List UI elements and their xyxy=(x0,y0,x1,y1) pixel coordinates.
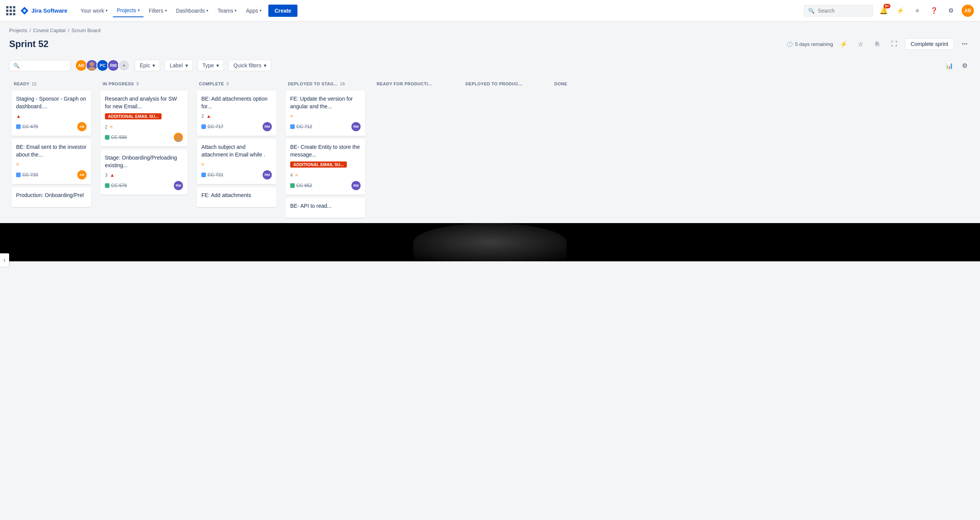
sprint-time-remaining: 🕐 5 days remaining xyxy=(787,41,833,47)
settings-filter-icon[interactable]: ⚙ xyxy=(959,59,971,72)
column-body-done xyxy=(550,88,634,93)
card-id: CC-652 xyxy=(290,183,312,188)
breadcrumb-covest[interactable]: Covest Capital xyxy=(33,28,66,33)
board-search-input[interactable] xyxy=(23,63,61,68)
nav-projects[interactable]: Projects ▾ xyxy=(113,4,144,17)
card-title: Staging - Sponsor - Graph on dashboard..… xyxy=(16,95,87,110)
task-icon xyxy=(16,173,21,177)
board-search[interactable]: 🔍 xyxy=(9,60,70,71)
star-sprint-icon[interactable]: ☆ xyxy=(854,38,867,50)
card-num: 2 xyxy=(201,114,204,119)
more-options-button[interactable]: ··· xyxy=(959,38,971,50)
avatar-filter-more[interactable]: + xyxy=(118,59,130,72)
story-icon xyxy=(105,183,109,188)
breadcrumb-scrum[interactable]: Scrum Board xyxy=(72,28,101,33)
card-cc721[interactable]: Attach subject and attachment in Email w… xyxy=(197,139,276,184)
card-cc652[interactable]: BE- Create Entity to store the message..… xyxy=(286,139,365,195)
card-cc720[interactable]: BE: Email sent to the investor about the… xyxy=(11,139,91,184)
nav-your-work[interactable]: Your work ▾ xyxy=(77,5,111,17)
chart-icon[interactable]: 📊 xyxy=(943,59,956,72)
chevron-down-icon: ▾ xyxy=(152,62,155,68)
card-id-text: CC-712 xyxy=(296,124,312,129)
nav-apps[interactable]: Apps ▾ xyxy=(242,5,265,17)
quick-filters[interactable]: Quick filters ▾ xyxy=(229,60,271,71)
filter-right: 📊 ⚙ xyxy=(943,59,971,72)
card-avatar xyxy=(174,133,183,142)
search-icon: 🔍 xyxy=(808,8,815,14)
chevron-down-icon: ▾ xyxy=(235,8,237,13)
svg-point-1 xyxy=(88,67,96,72)
nav-right-area: 🔍 🔔 9+ ⚡ ★ ❓ ⚙ AB xyxy=(804,5,974,17)
column-count-complete: 3 xyxy=(226,82,229,86)
label-filter[interactable]: Label ▾ xyxy=(165,60,193,71)
column-body-ready: Staging - Sponsor - Graph on dashboard..… xyxy=(9,88,93,209)
lightning-icon[interactable]: ⚡ xyxy=(894,5,906,17)
chevron-down-icon: ▾ xyxy=(185,62,188,68)
notification-badge: 9+ xyxy=(884,4,890,8)
column-header-ready-prod: READY FOR PRODUCTI... xyxy=(372,78,456,88)
help-icon[interactable]: ❓ xyxy=(928,5,940,17)
notification-button[interactable]: 🔔 9+ xyxy=(877,5,890,17)
type-filter[interactable]: Type ▾ xyxy=(198,60,224,71)
card-title: FE: Update the version for angular and t… xyxy=(290,95,361,110)
card-avatar: RM xyxy=(263,122,272,131)
card-cc475[interactable]: Staging - Sponsor - Graph on dashboard..… xyxy=(11,91,91,136)
nav-dashboards[interactable]: Dashboards ▾ xyxy=(172,5,212,17)
story-icon xyxy=(105,135,109,140)
card-cc717[interactable]: BE: Add attachments option for... 2 ▲ CC… xyxy=(197,91,276,136)
lightning-sprint-icon[interactable]: ⚡ xyxy=(838,38,850,50)
settings-icon[interactable]: ⚙ xyxy=(945,5,957,17)
card-num: 3 xyxy=(105,173,108,178)
card-num: 4 xyxy=(290,173,293,178)
nav-teams[interactable]: Teams ▾ xyxy=(214,5,240,17)
create-button[interactable]: Create xyxy=(268,5,297,17)
card-title: Attach subject and attachment in Email w… xyxy=(201,143,272,158)
column-header-deployed-prod: DEPLOYED TO PRODUC... xyxy=(461,78,545,88)
card-cc576[interactable]: Stage: Onboarding/Preloading existing...… xyxy=(100,150,188,195)
chevron-down-icon: ▾ xyxy=(260,8,261,13)
top-navigation: Jira Software Your work ▾ Projects ▾ Fil… xyxy=(0,0,980,21)
card-stag3[interactable]: BE- API to read... xyxy=(286,198,365,218)
search-input[interactable] xyxy=(818,8,864,14)
column-body-ready-prod xyxy=(372,88,456,93)
share-icon[interactable]: ⎘ xyxy=(871,38,884,50)
column-body-deployed-prod xyxy=(461,88,545,93)
card-footer: CC-475 AB xyxy=(16,122,87,131)
epic-filter[interactable]: Epic ▾ xyxy=(135,60,160,71)
task-icon xyxy=(201,173,206,177)
card-id: CC-576 xyxy=(105,183,127,188)
column-title-complete: COMPLETE xyxy=(199,82,224,86)
card-footer: CC-576 RM xyxy=(105,181,183,190)
card-footer: CC-652 RM xyxy=(290,181,361,190)
card-complete3[interactable]: FE: Add attachments xyxy=(197,187,276,207)
user-avatar[interactable]: AB xyxy=(962,5,974,17)
chevron-down-icon: ▾ xyxy=(264,62,266,68)
nav-filters[interactable]: Filters ▾ xyxy=(145,5,171,17)
column-count-in-progress: 3 xyxy=(136,82,139,86)
search-box[interactable]: 🔍 xyxy=(804,5,873,16)
grid-menu-icon[interactable] xyxy=(6,6,15,15)
sidebar-toggle[interactable]: › xyxy=(0,253,9,261)
search-icon: 🔍 xyxy=(13,63,20,68)
priority-med-icon: ≡ xyxy=(290,113,361,119)
card-cc556[interactable]: Research and analysis for SW for new Ema… xyxy=(100,91,188,147)
task-icon xyxy=(201,124,206,129)
fullscreen-icon[interactable]: ⛶ xyxy=(888,38,900,50)
column-title-ready-prod: READY FOR PRODUCTI... xyxy=(377,82,432,86)
card-title: Research and analysis for SW for new Ema… xyxy=(105,95,183,110)
card-cc712[interactable]: FE: Update the version for angular and t… xyxy=(286,91,365,136)
column-title-in-progress: IN PROGRESS xyxy=(103,82,134,86)
breadcrumb-projects[interactable]: Projects xyxy=(9,28,27,33)
complete-sprint-button[interactable]: Complete sprint xyxy=(905,38,954,50)
priority-high-icon: ▲ xyxy=(110,172,115,178)
card-footer: CC-712 RM xyxy=(290,122,361,131)
jira-logo[interactable]: Jira Software xyxy=(20,6,67,15)
priority-med-icon: ≡ xyxy=(16,161,87,167)
card-id-text: CC-720 xyxy=(22,172,38,178)
card-footer: CC-720 AB xyxy=(16,170,87,179)
card-title: BE: Email sent to the investor about the… xyxy=(16,143,87,158)
card-title: FE: Add attachments xyxy=(201,192,272,199)
card-title: BE- Create Entity to store the message..… xyxy=(290,143,361,158)
card-ready3[interactable]: Production: Onboarding/Prel xyxy=(11,187,91,207)
chevron-down-icon: ▾ xyxy=(165,8,167,13)
